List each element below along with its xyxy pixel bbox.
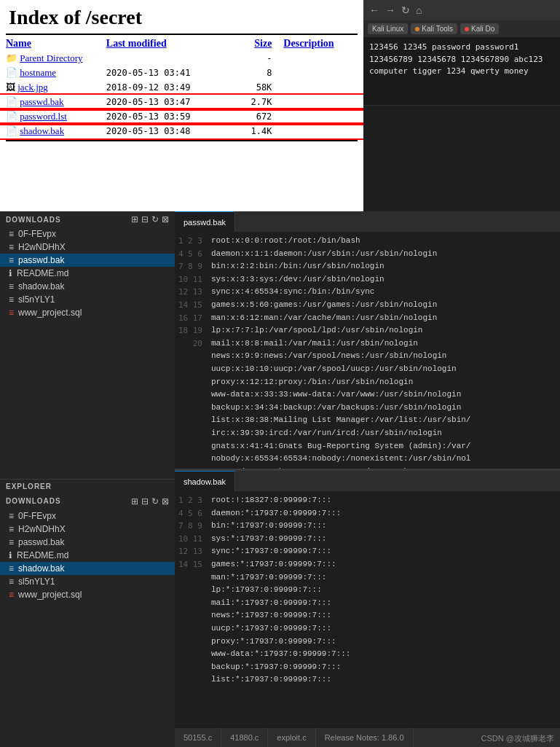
file-icon: 📄 bbox=[6, 67, 17, 78]
new-file-bottom-icon[interactable]: ⊞ bbox=[131, 496, 138, 507]
tab-dot bbox=[415, 27, 419, 31]
sidebar-item[interactable]: ≡0F-FEvpx bbox=[0, 227, 175, 240]
bottom-editor-content: 1 2 3 4 5 6 7 8 9 10 11 12 13 14 15 root… bbox=[175, 491, 560, 728]
sidebar-item[interactable]: ≡0F-FEvpx bbox=[0, 509, 175, 523]
sidebar-top-title: DOWNLOADS bbox=[6, 216, 61, 224]
vscode-main: passwd.bak 1 2 3 4 5 6 7 8 9 10 11 12 13… bbox=[175, 211, 560, 747]
file-link[interactable]: hostname bbox=[20, 67, 56, 78]
sidebar-item-label: 0F-FEvpx bbox=[18, 511, 56, 521]
table-row: 📄 passwd.bak2020-05-13 03:472.7K bbox=[0, 95, 363, 109]
nav-home-button[interactable]: ⌂ bbox=[416, 4, 422, 16]
bottom-tab[interactable]: exploit.c bbox=[268, 728, 315, 747]
bottom-editor-tabs: shadow.bak bbox=[175, 471, 560, 491]
vscode-area: DOWNLOADS ⊞ ⊟ ↻ ⊠ ≡0F-FEvpx≡H2wNDHhX≡pas… bbox=[0, 211, 560, 747]
sidebar-item-label: H2wNDHhX bbox=[18, 242, 66, 252]
sidebar-item[interactable]: ℹREADME.md bbox=[0, 267, 175, 280]
file-link[interactable]: jack.jpg bbox=[17, 82, 48, 93]
bottom-tab[interactable]: 41880.c bbox=[221, 728, 268, 747]
file-browser-panel: Index of /secret Name Last modified Size… bbox=[0, 0, 363, 211]
bottom-tab[interactable]: Release Notes: 1.86.0 bbox=[316, 728, 414, 747]
tab-label: Kali Linux bbox=[372, 25, 403, 33]
sidebar-item-icon: ≡ bbox=[9, 537, 14, 547]
refresh-icon[interactable]: ↻ bbox=[151, 214, 159, 224]
file-link[interactable]: shadow.bak bbox=[20, 125, 64, 136]
sidebar-top: DOWNLOADS ⊞ ⊟ ↻ ⊠ ≡0F-FEvpx≡H2wNDHhX≡pas… bbox=[0, 211, 175, 480]
sidebar-item[interactable]: ≡sl5nYLY1 bbox=[0, 575, 175, 588]
table-row: 📄 password.lst2020-05-13 03:59672 bbox=[0, 109, 363, 124]
sidebar-item[interactable]: ≡passwd.bak bbox=[0, 254, 175, 267]
sidebar-bottom-items: ≡0F-FEvpx≡H2wNDHhX≡passwd.bakℹREADME.md≡… bbox=[0, 509, 175, 601]
bottom-editor: shadow.bak 1 2 3 4 5 6 7 8 9 10 11 12 13… bbox=[175, 471, 560, 728]
sidebar-item-label: 0F-FEvpx bbox=[18, 229, 56, 239]
top-editor-content: 1 2 3 4 5 6 7 8 9 10 11 12 13 14 15 16 1… bbox=[175, 232, 560, 469]
sidebar-item[interactable]: ≡H2wNDHhX bbox=[0, 523, 175, 536]
page-title: Index of /secret bbox=[0, 0, 363, 32]
sidebar-bottom-header: DOWNLOADS ⊞ ⊟ ↻ ⊠ bbox=[0, 493, 175, 509]
sidebar-bottom-title: DOWNLOADS bbox=[6, 497, 61, 505]
sidebar-item-icon: ≡ bbox=[9, 511, 14, 521]
browser-tab[interactable]: Kali Do bbox=[460, 23, 499, 34]
sidebar-bottom: EXPLORER DOWNLOADS ⊞ ⊟ ↻ ⊠ ≡0F-FEvpx≡H2w… bbox=[0, 480, 175, 748]
sidebar-item-label: www_project.sql bbox=[18, 590, 82, 600]
folder-icon: 📁 bbox=[6, 52, 17, 63]
bottom-tab[interactable]: 50155.c bbox=[175, 728, 221, 747]
file-table: Name Last modified Size Description 📁 Pa… bbox=[0, 36, 363, 138]
nav-forward-button[interactable]: → bbox=[385, 4, 395, 16]
file-link[interactable]: password.lst bbox=[20, 111, 67, 122]
sidebar-item[interactable]: ≡shadow.bak bbox=[0, 562, 175, 575]
col-modified[interactable]: Last modified bbox=[100, 36, 233, 51]
browser-tabs: Kali LinuxKali ToolsKali Do bbox=[363, 20, 560, 37]
col-name[interactable]: Name bbox=[0, 36, 100, 51]
sidebar-item[interactable]: ≡sl5nYLY1 bbox=[0, 293, 175, 306]
bottom-editor-active-tab[interactable]: shadow.bak bbox=[175, 471, 235, 491]
new-folder-bottom-icon[interactable]: ⊟ bbox=[141, 496, 149, 507]
bottom-code-area[interactable]: root:!:18327:0:99999:7::: daemon:*:17937… bbox=[205, 491, 560, 728]
sidebar-item[interactable]: ≡www_project.sql bbox=[0, 588, 175, 601]
sidebar-item-icon: ≡ bbox=[9, 294, 14, 305]
browser-tab[interactable]: Kali Linux bbox=[368, 23, 408, 34]
sidebar-item-label: H2wNDHhX bbox=[18, 524, 66, 534]
sidebar-item-label: README.md bbox=[17, 550, 68, 560]
new-folder-icon[interactable]: ⊟ bbox=[141, 214, 149, 224]
col-size[interactable]: Size bbox=[232, 36, 277, 51]
refresh-bottom-icon[interactable]: ↻ bbox=[151, 496, 159, 507]
top-line-numbers: 1 2 3 4 5 6 7 8 9 10 11 12 13 14 15 16 1… bbox=[175, 232, 205, 469]
file-link[interactable]: passwd.bak bbox=[20, 96, 63, 107]
sidebar-item-icon: ≡ bbox=[9, 308, 14, 318]
table-row: 📄 hostname2020-05-13 03:418 bbox=[0, 66, 363, 80]
table-row: 📄 shadow.bak2020-05-13 03:481.4K bbox=[0, 124, 363, 138]
nav-refresh-button[interactable]: ↻ bbox=[401, 4, 410, 16]
sidebar-item[interactable]: ℹREADME.md bbox=[0, 549, 175, 562]
sidebar-item-icon: ≡ bbox=[9, 229, 14, 239]
file-icon: 📄 bbox=[6, 96, 17, 107]
sidebar-item[interactable]: ≡passwd.bak bbox=[0, 536, 175, 549]
collapse-icon[interactable]: ⊠ bbox=[162, 214, 169, 224]
sidebar-item-icon: ≡ bbox=[9, 255, 14, 265]
table-row: 📁 Parent Directory- bbox=[0, 51, 363, 66]
browser-tab[interactable]: Kali Tools bbox=[411, 23, 457, 34]
sidebar-bottom-icons: ⊞ ⊟ ↻ ⊠ bbox=[131, 496, 169, 507]
top-editor-active-tab[interactable]: passwd.bak bbox=[175, 211, 235, 232]
sidebar-item-label: sl5nYLY1 bbox=[18, 294, 55, 305]
sidebar-item[interactable]: ≡H2wNDHhX bbox=[0, 240, 175, 254]
sidebar-item-icon: ≡ bbox=[9, 576, 14, 587]
nav-back-button[interactable]: ← bbox=[369, 4, 379, 16]
tab-label: Kali Tools bbox=[422, 25, 453, 33]
sidebar-item-icon: ≡ bbox=[9, 524, 14, 534]
file-icon: 📄 bbox=[6, 111, 17, 122]
sidebar-item[interactable]: ≡shadow.bak bbox=[0, 280, 175, 293]
sidebar-item[interactable]: ≡www_project.sql bbox=[0, 306, 175, 319]
sidebar-bottom-explorer-title: EXPLORER bbox=[6, 482, 52, 490]
sidebar-item-label: www_project.sql bbox=[18, 308, 82, 318]
collapse-bottom-icon[interactable]: ⊠ bbox=[162, 496, 169, 507]
table-row: 🖼 jack.jpg2018-09-12 03:4958K bbox=[0, 80, 363, 95]
top-code-area[interactable]: root:x:0:0:root:/root:/bin/bash daemon:x… bbox=[205, 232, 560, 469]
sidebar-top-icons: ⊞ ⊟ ↻ ⊠ bbox=[131, 214, 169, 224]
new-file-icon[interactable]: ⊞ bbox=[131, 214, 138, 224]
file-link[interactable]: Parent Directory bbox=[20, 52, 82, 63]
sidebar-item-icon: ℹ bbox=[9, 268, 12, 278]
file-icon: 🖼 bbox=[6, 82, 15, 93]
sidebar-top-items: ≡0F-FEvpx≡H2wNDHhX≡passwd.bakℹREADME.md≡… bbox=[0, 227, 175, 319]
sidebar-item-label: passwd.bak bbox=[18, 537, 64, 547]
col-desc[interactable]: Description bbox=[277, 36, 363, 51]
